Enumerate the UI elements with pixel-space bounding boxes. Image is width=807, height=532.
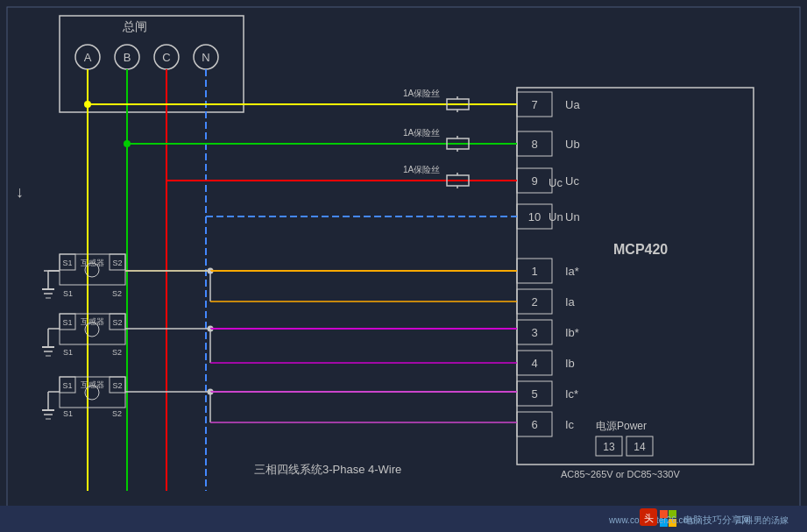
svg-text:S2: S2 bbox=[112, 348, 122, 357]
svg-text:S1: S1 bbox=[62, 259, 72, 267]
svg-text:S1: S1 bbox=[62, 381, 72, 390]
svg-text:Ua: Ua bbox=[565, 98, 580, 111]
svg-text:Ib*: Ib* bbox=[565, 326, 579, 339]
svg-text:6: 6 bbox=[531, 418, 537, 431]
svg-text:1: 1 bbox=[531, 265, 537, 278]
svg-text:三相四线系统3-Phase 4-Wire: 三相四线系统3-Phase 4-Wire bbox=[254, 463, 401, 476]
svg-text:S2: S2 bbox=[112, 381, 122, 390]
svg-text:9: 9 bbox=[531, 174, 537, 188]
svg-text:S2: S2 bbox=[112, 259, 122, 267]
svg-text:S1: S1 bbox=[63, 289, 73, 298]
circuit-diagram: 总闸 A B C N ↓ MCP420 7 Ua bbox=[0, 0, 807, 532]
svg-text:1A保险丝: 1A保险丝 bbox=[403, 165, 440, 174]
svg-text:头: 头 bbox=[644, 513, 654, 523]
svg-text:Uc: Uc bbox=[549, 176, 563, 189]
svg-text:MCP420: MCP420 bbox=[613, 242, 668, 257]
svg-text:S2: S2 bbox=[112, 409, 122, 418]
svg-text:1A保险丝: 1A保险丝 bbox=[403, 89, 440, 98]
svg-text:10: 10 bbox=[528, 210, 541, 223]
svg-text:C: C bbox=[162, 51, 170, 64]
svg-text:S2: S2 bbox=[112, 318, 122, 327]
svg-text:S1: S1 bbox=[63, 409, 73, 418]
svg-text:N: N bbox=[202, 51, 209, 64]
svg-text:7: 7 bbox=[531, 98, 537, 111]
svg-text:电源Power: 电源Power bbox=[596, 420, 647, 432]
svg-text:B: B bbox=[124, 51, 131, 64]
svg-text:S1: S1 bbox=[63, 348, 73, 357]
svg-text:AC85~265V  or  DC85~330V: AC85~265V or DC85~330V bbox=[561, 469, 680, 479]
svg-text:1A保险丝: 1A保险丝 bbox=[403, 128, 440, 138]
svg-text:3: 3 bbox=[531, 326, 537, 339]
svg-text:Ub: Ub bbox=[565, 138, 580, 151]
svg-text:A: A bbox=[84, 51, 92, 64]
svg-text:2: 2 bbox=[531, 295, 537, 309]
svg-text:4: 4 bbox=[531, 357, 537, 370]
svg-text:Ic: Ic bbox=[565, 418, 575, 431]
svg-text:Un: Un bbox=[565, 210, 580, 223]
svg-text:8: 8 bbox=[531, 138, 537, 151]
svg-text:Ia: Ia bbox=[565, 295, 576, 309]
svg-point-68 bbox=[124, 140, 131, 147]
svg-text:总闸: 总闸 bbox=[122, 19, 147, 33]
svg-text:Ia*: Ia* bbox=[565, 265, 579, 278]
svg-text:Uc: Uc bbox=[565, 174, 579, 188]
svg-text:5: 5 bbox=[531, 387, 537, 401]
diagram-container: 总闸 A B C N ↓ MCP420 7 Ua bbox=[0, 0, 807, 532]
svg-text:S2: S2 bbox=[112, 289, 122, 298]
svg-text:工科男的汤嫁: 工科男的汤嫁 bbox=[736, 515, 789, 525]
svg-text:Un: Un bbox=[549, 210, 563, 223]
svg-text:14: 14 bbox=[634, 441, 646, 453]
svg-text:13: 13 bbox=[603, 441, 615, 453]
svg-text:S1: S1 bbox=[62, 318, 72, 327]
svg-text:↓: ↓ bbox=[16, 183, 24, 201]
svg-text:Ib: Ib bbox=[565, 357, 575, 370]
svg-text:互感器: 互感器 bbox=[81, 317, 104, 326]
svg-text:互感器: 互感器 bbox=[81, 380, 104, 389]
svg-text:Ic*: Ic* bbox=[565, 387, 578, 401]
